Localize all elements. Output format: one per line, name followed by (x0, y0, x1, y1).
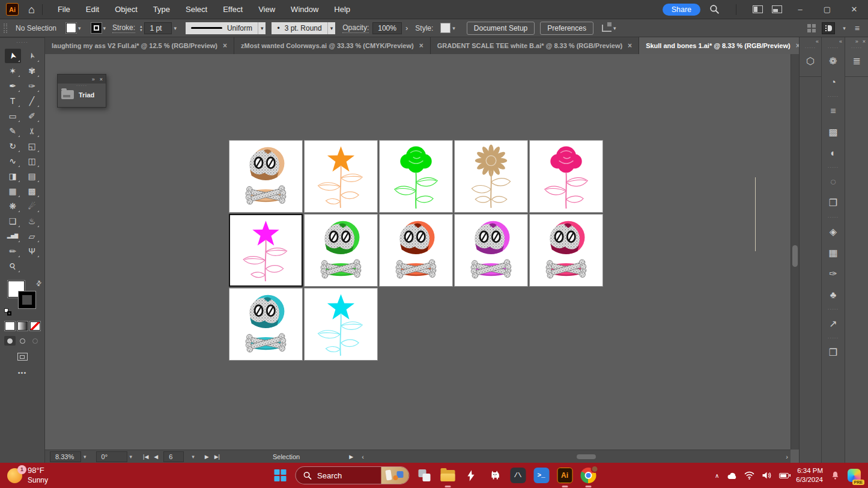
panel-grip[interactable]: ····· (845, 45, 868, 50)
menu-object[interactable]: Object (107, 0, 145, 19)
stroke-panel-icon[interactable]: ≡ (822, 100, 845, 121)
taskbar-code-app[interactable]: /\ (509, 467, 526, 484)
brush-chevron[interactable]: ▾ (327, 22, 336, 34)
preferences-button[interactable]: Preferences (540, 22, 593, 35)
panel-grip[interactable]: ····· (58, 84, 106, 88)
artboard-8[interactable] (379, 214, 453, 287)
edit-toolbar-icon[interactable]: ••• (0, 369, 44, 376)
taskbar-chrome[interactable] (580, 467, 596, 484)
color-guide-panel-icon[interactable]: ◔ (822, 72, 845, 93)
collapse-icon[interactable]: « (839, 38, 842, 44)
document-tab-3[interactable]: GRADENT SCALE TEE white B.ai* @ 8.33 % (… (431, 37, 639, 54)
workspace-layout-icon[interactable] (753, 5, 763, 13)
volume-icon[interactable] (762, 471, 772, 480)
stroke-color-well[interactable] (19, 291, 35, 308)
chevron-down-icon[interactable]: ▾ (452, 25, 455, 31)
chevron-down-icon[interactable]: ▾ (843, 25, 846, 31)
clock[interactable]: 6:34 PM 6/3/2024 (796, 466, 823, 484)
opacity-field[interactable]: 100% (372, 22, 402, 34)
menu-select[interactable]: Select (178, 0, 215, 19)
zoom-level-field[interactable]: 8.33% (50, 451, 81, 462)
appearance-panel-icon[interactable]: ◌ (822, 171, 845, 192)
document-tab-2[interactable]: zMost wanted Colorways.ai @ 33.33 % (CMY… (234, 37, 431, 54)
opacity-arrow[interactable]: › (405, 23, 408, 32)
menu-view[interactable]: View (250, 0, 283, 19)
draw-inside-button[interactable] (29, 336, 41, 346)
panel-layout-icon[interactable] (772, 5, 782, 13)
wifi-icon[interactable] (744, 471, 754, 480)
width-profile-chevron[interactable]: ▾ (258, 22, 266, 34)
close-button[interactable]: ✕ (845, 5, 863, 14)
tool-pen[interactable]: ✒ (5, 79, 21, 93)
tray-chevron-icon[interactable]: ∧ (715, 472, 719, 479)
last-artboard-button[interactable]: ▶| (214, 454, 220, 460)
tool-graph[interactable]: ▂▅▇ (5, 229, 21, 243)
weather-widget[interactable]: 1 98°F Sunny (7, 466, 48, 484)
stroke-weight-field[interactable]: 1 pt (144, 22, 172, 34)
notification-bell-icon[interactable] (830, 470, 840, 481)
grid-view-icon[interactable] (807, 24, 816, 32)
tool-eyedropper[interactable]: ☄ (24, 199, 40, 213)
artboard-3[interactable] (379, 140, 453, 213)
chevron-down-icon[interactable]: ▾ (83, 454, 86, 460)
swap-fill-stroke-icon[interactable]: ⇄ (34, 279, 44, 288)
chevron-down-icon[interactable]: ▾ (174, 25, 177, 31)
taskbar-task-view[interactable] (416, 467, 432, 484)
search-highlight-image[interactable] (381, 467, 408, 484)
scroll-right-icon[interactable]: › (786, 453, 788, 460)
tool-scissors[interactable]: ✂ (24, 124, 40, 138)
next-artboard-button[interactable]: ▶ (205, 454, 209, 460)
tool-lasso[interactable]: ✾ (24, 64, 40, 78)
collapse-icon[interactable]: « (816, 38, 819, 44)
panel-grip[interactable]: ····· (822, 45, 845, 50)
tool-direct-selection[interactable]: ➣ (24, 49, 40, 63)
color-mode-button[interactable] (5, 322, 15, 331)
rotation-field[interactable]: 0° (96, 451, 127, 462)
panel-grip[interactable] (4, 23, 7, 33)
menu-window[interactable]: Window (283, 0, 326, 19)
tab-close-icon[interactable]: × (419, 41, 423, 50)
chevron-down-icon[interactable]: ▾ (613, 25, 616, 31)
tool-pencil[interactable]: ✏ (5, 244, 21, 258)
canvas[interactable] (45, 54, 790, 450)
tool-symbols[interactable]: ❏ (5, 214, 21, 228)
chevron-down-icon[interactable]: ▾ (130, 454, 133, 460)
minimize-button[interactable]: – (791, 5, 809, 14)
tab-close-icon[interactable]: × (628, 41, 632, 50)
tool-curvature[interactable]: ✑ (24, 79, 40, 93)
tool-zoom[interactable]: ⚲ (5, 259, 21, 273)
vertical-scrollbar-thumb[interactable] (792, 245, 798, 267)
artboard-6[interactable] (229, 214, 303, 287)
artboard-1[interactable] (229, 140, 303, 213)
first-artboard-button[interactable]: |◀ (143, 454, 148, 460)
links-panel-icon[interactable]: ❐ (822, 192, 845, 213)
properties-panel-icon[interactable]: ≣ (845, 50, 868, 72)
panel-grip[interactable]: ····· (0, 39, 44, 45)
tool-shape-builder[interactable]: ◨ (5, 169, 21, 183)
taskbar-illustrator[interactable]: Ai (556, 467, 573, 484)
layers-panel-icon[interactable]: ◈ (822, 221, 845, 242)
menu-type[interactable]: Type (145, 0, 178, 19)
gradient-mode-button[interactable] (17, 322, 28, 331)
style-swatch[interactable] (440, 23, 451, 33)
artboard-5[interactable] (529, 140, 603, 213)
close-icon[interactable]: × (100, 76, 103, 82)
artboard-number-field[interactable]: 6 (163, 451, 184, 462)
tool-paintbrush[interactable]: ✐ (24, 109, 40, 123)
document-tab-4[interactable]: Skull and bones 1.ai* @ 8.33 % (RGB/Prev… (639, 37, 807, 54)
onedrive-icon[interactable] (726, 472, 737, 480)
illustrator-logo[interactable]: Ai (6, 3, 19, 16)
tool-selection[interactable]: ➤ (5, 49, 21, 63)
tool-scale[interactable]: ◱ (24, 139, 40, 153)
color-panel-icon[interactable]: ❁ (822, 50, 845, 72)
default-fill-stroke-icon[interactable] (4, 308, 11, 316)
artboards-panel-icon[interactable]: ❒ (822, 342, 845, 363)
document-setup-button[interactable]: Document Setup (467, 22, 535, 35)
panel-menu-icon[interactable]: ≡ (855, 23, 860, 33)
artboard-4[interactable] (454, 140, 528, 213)
width-profile-dropdown[interactable]: Uniform (186, 22, 258, 34)
maximize-button[interactable]: ▢ (818, 5, 836, 14)
transparency-panel-icon[interactable]: ◐ (822, 142, 845, 163)
swatches-panel-icon[interactable]: ▦ (822, 242, 845, 263)
taskbar-file-explorer[interactable] (439, 467, 456, 484)
